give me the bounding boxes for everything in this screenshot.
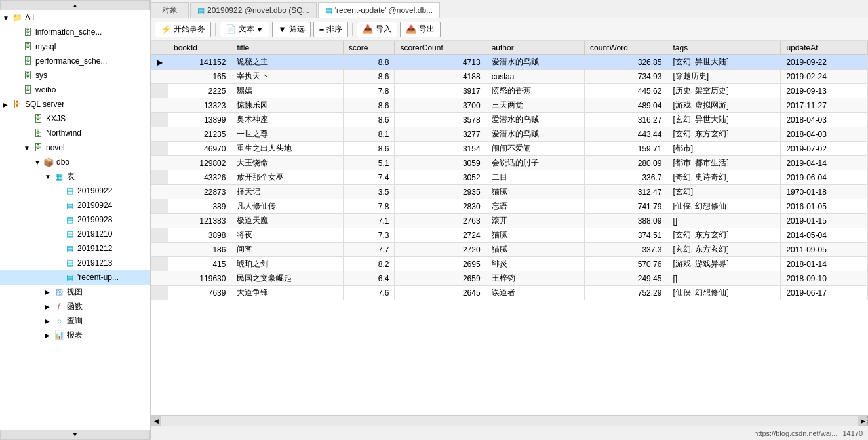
cell-updateat[interactable]: 2011-09-05 (781, 243, 868, 257)
cell-author[interactable]: 猫腻 (486, 185, 584, 199)
cell-countword[interactable]: 337.3 (585, 243, 667, 257)
hscroll-left[interactable]: ◀ (151, 416, 161, 426)
table-row[interactable]: 415琥珀之剑8.22695绯炎570.76[游戏, 游戏异界]2018-01-… (151, 257, 868, 271)
cell-countword[interactable]: 445.62 (585, 84, 667, 98)
sidebar-scroll-down[interactable]: ▼ (0, 430, 150, 440)
cell-updateat[interactable]: 2019-04-14 (781, 156, 868, 170)
sidebar-item-tables[interactable]: ▼ ▦ 表 (0, 169, 150, 184)
table-area[interactable]: bookId title score scorerCount author co… (151, 41, 868, 415)
sidebar-item-t20191210[interactable]: ▤ 20191210 (0, 227, 150, 241)
cell-title[interactable]: 惊悚乐园 (231, 98, 344, 113)
sidebar-item-sys[interactable]: 🗄 sys (0, 68, 150, 83)
hscroll-right[interactable]: ▶ (858, 416, 868, 426)
sidebar-item-queries[interactable]: ▶ ⌕ 查询 (0, 313, 150, 328)
cell-scorercount[interactable]: 2830 (395, 199, 486, 214)
cell-countword[interactable]: 159.71 (585, 142, 667, 156)
table-row[interactable]: 46970重生之出人头地8.63154闹闹不爱闹159.71[都市]2019-0… (151, 142, 868, 156)
table-row[interactable]: 129802大王饶命5.13059会说话的肘子280.09[都市, 都市生活]2… (151, 156, 868, 170)
filter-button[interactable]: ▼ 筛选 (272, 22, 311, 37)
cell-countword[interactable]: 489.04 (585, 98, 667, 113)
table-row[interactable]: 2225嬲嫣7.83917愤怒的香蕉445.62[历史, 架空历史]2019-0… (151, 84, 868, 98)
cell-updateat[interactable]: 2019-09-22 (781, 55, 868, 70)
cell-title[interactable]: 将夜 (231, 228, 344, 243)
tab-objects[interactable]: 对象 (151, 2, 189, 18)
toggle-funcs[interactable]: ▶ (45, 303, 52, 310)
table-row[interactable]: ▶141152诡秘之主8.84713爱潜水的乌贼326.85[玄幻, 异世大陆]… (151, 55, 868, 70)
cell-bookid[interactable]: 46970 (168, 142, 231, 156)
cell-title[interactable]: 琥珀之剑 (231, 257, 344, 271)
cell-author[interactable]: 绯炎 (486, 257, 584, 271)
cell-countword[interactable]: 741.79 (585, 199, 667, 214)
cell-tags[interactable]: [] (667, 214, 781, 228)
cell-title[interactable]: 极道天魔 (231, 214, 344, 228)
sidebar-item-att[interactable]: ▼ 📁 Att (0, 10, 150, 25)
cell-scorercount[interactable]: 4713 (395, 55, 486, 70)
sidebar-item-mysql[interactable]: 🗄 mysql (0, 39, 150, 54)
cell-scorercount[interactable]: 2659 (395, 271, 486, 286)
table-row[interactable]: 13323惊悚乐园8.63700三天两觉489.04[游戏, 虚拟网游]2017… (151, 98, 868, 113)
cell-updateat[interactable]: 2018-04-03 (781, 113, 868, 127)
cell-title[interactable]: 择天记 (231, 185, 344, 199)
cell-title[interactable]: 宰执天下 (231, 70, 344, 84)
cell-bookid[interactable]: 2225 (168, 84, 231, 98)
cell-score[interactable]: 7.3 (344, 228, 395, 243)
sidebar-item-t20190928[interactable]: ▤ 20190928 (0, 212, 150, 227)
cell-bookid[interactable]: 3898 (168, 228, 231, 243)
cell-countword[interactable]: 336.7 (585, 170, 667, 185)
toggle-queries[interactable]: ▶ (45, 317, 52, 325)
sidebar-item-t20191213[interactable]: ▤ 20191213 (0, 256, 150, 270)
cell-author[interactable]: 猫腻 (486, 228, 584, 243)
cell-updateat[interactable]: 2017-11-27 (781, 98, 868, 113)
cell-author[interactable]: 二目 (486, 170, 584, 185)
cell-bookid[interactable]: 43326 (168, 170, 231, 185)
cell-score[interactable]: 7.8 (344, 84, 395, 98)
cell-updateat[interactable]: 2014-05-04 (781, 228, 868, 243)
cell-author[interactable]: 三天两觉 (486, 98, 584, 113)
sidebar-item-t20191212[interactable]: ▤ 20191212 (0, 241, 150, 256)
sidebar-item-perf[interactable]: 🗄 performance_sche... (0, 54, 150, 68)
tab-recent-update[interactable]: ▤ 'recent-update' @novel.db... (318, 2, 441, 18)
toggle-att[interactable]: ▼ (3, 14, 10, 22)
col-author[interactable]: author (486, 41, 584, 55)
cell-scorercount[interactable]: 2763 (395, 214, 486, 228)
cell-tags[interactable]: [都市] (667, 142, 781, 156)
sidebar-item-views[interactable]: ▶ ▧ 视图 (0, 285, 150, 299)
cell-tags[interactable]: [玄幻, 异世大陆] (667, 113, 781, 127)
cell-scorercount[interactable]: 3154 (395, 142, 486, 156)
cell-countword[interactable]: 316.27 (585, 113, 667, 127)
cell-author[interactable]: 猫腻 (486, 243, 584, 257)
cell-score[interactable]: 8.6 (344, 113, 395, 127)
cell-scorercount[interactable]: 2720 (395, 243, 486, 257)
sidebar-scroll-up[interactable]: ▲ (0, 0, 150, 10)
table-row[interactable]: 13899奥术神座8.63578爱潜水的乌贼316.27[玄幻, 异世大陆]20… (151, 113, 868, 127)
cell-bookid[interactable]: 415 (168, 257, 231, 271)
cell-tags[interactable]: [游戏, 虚拟网游] (667, 98, 781, 113)
cell-tags[interactable]: [历史, 架空历史] (667, 84, 781, 98)
cell-bookid[interactable]: 13899 (168, 113, 231, 127)
table-row[interactable]: 7639大道争锋7.62645误道者752.29[仙侠, 幻想修仙]2019-0… (151, 286, 868, 300)
sidebar-item-dbo[interactable]: ▼ 📦 dbo (0, 155, 150, 169)
cell-author[interactable]: cuslaa (486, 70, 584, 84)
cell-updateat[interactable]: 2019-01-15 (781, 214, 868, 228)
cell-scorercount[interactable]: 2695 (395, 257, 486, 271)
table-row[interactable]: 389凡人修仙传7.82830忘语741.79[仙侠, 幻想修仙]2016-01… (151, 199, 868, 214)
cell-scorercount[interactable]: 4188 (395, 70, 486, 84)
cell-countword[interactable]: 312.47 (585, 185, 667, 199)
cell-score[interactable]: 8.6 (344, 70, 395, 84)
hscroll-track[interactable] (161, 416, 858, 426)
cell-author[interactable]: 闹闹不爱闹 (486, 142, 584, 156)
cell-scorercount[interactable]: 2935 (395, 185, 486, 199)
cell-countword[interactable]: 752.29 (585, 286, 667, 300)
cell-bookid[interactable]: 22873 (168, 185, 231, 199)
cell-bookid[interactable]: 121383 (168, 214, 231, 228)
col-bookid[interactable]: bookId (168, 41, 231, 55)
table-row[interactable]: 165宰执天下8.64188cuslaa734.93[穿越历史]2019-02-… (151, 70, 868, 84)
cell-updateat[interactable]: 1970-01-18 (781, 185, 868, 199)
cell-updateat[interactable]: 2019-06-04 (781, 170, 868, 185)
sidebar-item-novel[interactable]: ▼ 🗄 novel (0, 140, 150, 155)
cell-tags[interactable]: [游戏, 游戏异界] (667, 257, 781, 271)
sidebar-item-sqlserver[interactable]: ▶ 🗄 SQL server (0, 97, 150, 111)
toggle-views[interactable]: ▶ (45, 289, 52, 296)
sidebar-item-northwind[interactable]: 🗄 Northwind (0, 126, 150, 140)
cell-title[interactable]: 凡人修仙传 (231, 199, 344, 214)
